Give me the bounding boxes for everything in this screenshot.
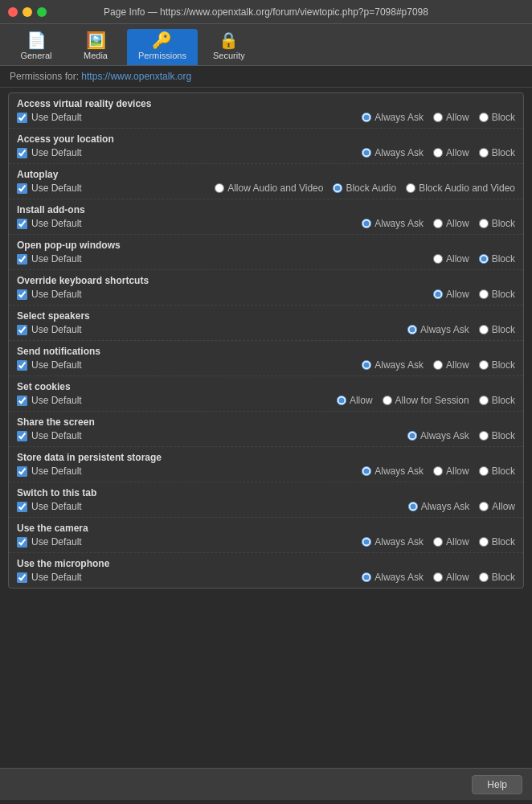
radio-option-notifications-block[interactable]: Block [479,359,515,371]
radio-option-location-always-ask[interactable]: Always Ask [362,147,424,158]
radio-option-location-block[interactable]: Block [479,147,515,158]
radio-option-switchtab-allow[interactable]: Allow [479,501,515,512]
radio-storage-block[interactable] [479,466,489,476]
radio-option-storage-allow[interactable]: Allow [433,466,469,477]
radio-screen-always-ask[interactable] [407,431,417,441]
radio-option-switchtab-always-ask[interactable]: Always Ask [408,501,470,512]
use-default-checkbox-location[interactable] [17,148,27,158]
tab-media[interactable]: 🖼️ Media [68,29,124,65]
radio-notifications-allow[interactable] [433,360,443,370]
radio-option-notifications-allow[interactable]: Allow [433,359,469,371]
radio-notifications-block[interactable] [479,360,489,370]
radio-camera-block[interactable] [479,537,489,547]
radio-option-vr-block[interactable]: Block [479,112,515,123]
use-default-screen[interactable]: Use Default [17,430,82,441]
radio-option-cookies-block[interactable]: Block [479,395,515,406]
tab-permissions[interactable]: 🔑 Permissions [127,29,198,65]
use-default-checkbox-vr[interactable] [17,113,27,123]
radio-option-popups-allow[interactable]: Allow [433,253,469,265]
radio-location-always-ask[interactable] [362,148,371,158]
radio-option-screen-block[interactable]: Block [479,430,515,441]
radio-storage-allow[interactable] [433,466,443,476]
radio-option-microphone-always-ask[interactable]: Always Ask [362,572,424,583]
radio-screen-block[interactable] [479,431,489,441]
radio-keyboard-block[interactable] [479,289,489,299]
radio-option-autoplay-allow-audio-and-video[interactable]: Allow Audio and Video [215,183,323,194]
use-default-checkbox-speakers[interactable] [17,325,27,335]
use-default-camera[interactable]: Use Default [17,536,82,548]
radio-location-block[interactable] [479,148,489,158]
radio-vr-block[interactable] [479,113,489,122]
radio-addons-block[interactable] [479,219,489,228]
radio-location-allow[interactable] [433,148,443,158]
radio-autoplay-block-audio-and-video[interactable] [406,183,415,193]
radio-option-autoplay-block-audio[interactable]: Block Audio [333,183,396,194]
use-default-keyboard[interactable]: Use Default [17,289,82,300]
help-button[interactable]: Help [472,775,522,794]
radio-option-location-allow[interactable]: Allow [433,147,469,158]
use-default-vr[interactable]: Use Default [17,112,82,123]
radio-option-autoplay-block-audio-and-video[interactable]: Block Audio and Video [406,183,515,194]
use-default-checkbox-storage[interactable] [17,466,27,477]
use-default-checkbox-microphone[interactable] [17,572,27,583]
radio-option-popups-block[interactable]: Block [479,253,515,265]
radio-autoplay-block-audio[interactable] [333,183,342,193]
use-default-location[interactable]: Use Default [17,147,82,158]
radio-option-storage-always-ask[interactable]: Always Ask [362,466,424,477]
radio-option-cookies-allow[interactable]: Allow [337,395,373,406]
use-default-checkbox-popups[interactable] [17,254,27,265]
radio-option-storage-block[interactable]: Block [479,466,515,477]
use-default-storage[interactable]: Use Default [17,466,82,477]
radio-option-camera-block[interactable]: Block [479,536,515,548]
radio-notifications-always-ask[interactable] [362,360,371,370]
use-default-speakers[interactable]: Use Default [17,324,82,335]
radio-keyboard-allow[interactable] [433,289,443,299]
use-default-checkbox-keyboard[interactable] [17,289,27,300]
radio-autoplay-allow-audio-and-video[interactable] [215,183,224,193]
use-default-popups[interactable]: Use Default [17,253,82,265]
maximize-button[interactable] [37,7,47,17]
radio-option-keyboard-allow[interactable]: Allow [433,289,469,300]
radio-cookies-allow[interactable] [337,396,346,405]
use-default-checkbox-autoplay[interactable] [17,183,27,194]
radio-option-vr-allow[interactable]: Allow [433,112,469,123]
radio-option-microphone-block[interactable]: Block [479,572,515,583]
radio-cookies-block[interactable] [479,396,489,405]
radio-option-addons-always-ask[interactable]: Always Ask [362,218,424,229]
use-default-microphone[interactable]: Use Default [17,572,82,583]
use-default-checkbox-cookies[interactable] [17,396,27,406]
radio-speakers-always-ask[interactable] [407,325,417,334]
radio-option-speakers-block[interactable]: Block [479,324,515,335]
use-default-addons[interactable]: Use Default [17,218,82,229]
radio-speakers-block[interactable] [479,325,489,334]
use-default-checkbox-addons[interactable] [17,219,27,229]
radio-microphone-always-ask[interactable] [362,572,371,582]
close-button[interactable] [8,7,18,17]
tab-general[interactable]: 📄 General [8,29,64,65]
use-default-switchtab[interactable]: Use Default [17,501,82,512]
radio-option-addons-block[interactable]: Block [479,218,515,229]
radio-option-screen-always-ask[interactable]: Always Ask [407,430,469,441]
tab-security[interactable]: 🔒 Security [201,29,257,65]
radio-vr-allow[interactable] [433,113,443,122]
radio-microphone-block[interactable] [479,572,489,582]
radio-switchtab-allow[interactable] [479,502,489,511]
use-default-cookies[interactable]: Use Default [17,395,82,406]
radio-option-addons-allow[interactable]: Allow [433,218,469,229]
radio-popups-allow[interactable] [433,254,443,264]
radio-option-vr-always-ask[interactable]: Always Ask [362,112,424,123]
radio-option-notifications-always-ask[interactable]: Always Ask [362,359,424,371]
radio-addons-allow[interactable] [433,219,443,228]
minimize-button[interactable] [23,7,32,17]
radio-option-speakers-always-ask[interactable]: Always Ask [407,324,469,335]
radio-option-camera-always-ask[interactable]: Always Ask [362,536,424,548]
radio-option-cookies-allow-for-session[interactable]: Allow for Session [383,395,469,406]
use-default-checkbox-screen[interactable] [17,431,27,441]
radio-option-microphone-allow[interactable]: Allow [433,572,469,583]
radio-option-camera-allow[interactable]: Allow [433,536,469,548]
radio-option-keyboard-block[interactable]: Block [479,289,515,300]
use-default-checkbox-notifications[interactable] [17,360,27,371]
radio-microphone-allow[interactable] [433,572,443,582]
urlbar-url[interactable]: https://www.openxtalk.org [81,71,191,82]
use-default-checkbox-camera[interactable] [17,537,27,548]
